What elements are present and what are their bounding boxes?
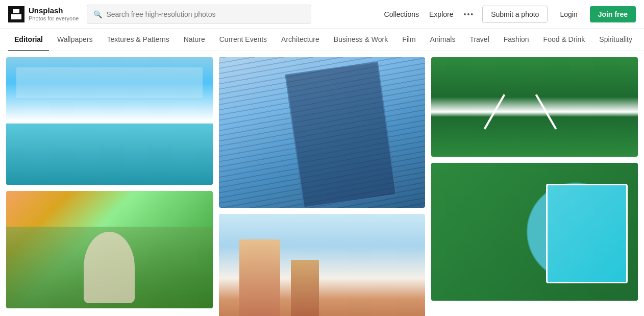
cat-business[interactable]: Business & Work xyxy=(328,29,394,51)
nav-collections[interactable]: Collections xyxy=(384,10,419,18)
search-icon: 🔍 xyxy=(93,10,102,18)
svg-rect-1 xyxy=(13,9,19,13)
submit-photo-button[interactable]: Submit a photo xyxy=(482,6,548,23)
logo[interactable]: Unsplash Photos for everyone xyxy=(8,6,79,22)
photo-building[interactable] xyxy=(219,57,426,208)
cat-architecture[interactable]: Architecture xyxy=(275,29,326,51)
cat-wallpapers[interactable]: Wallpapers xyxy=(51,29,99,51)
cat-nature[interactable]: Nature xyxy=(178,29,211,51)
header: Unsplash Photos for everyone 🔍 Collectio… xyxy=(0,0,644,29)
category-nav: EditorialWallpapersTextures & PatternsNa… xyxy=(0,29,644,51)
nav-more[interactable]: ••• xyxy=(463,10,474,18)
cat-current-events[interactable]: Current Events xyxy=(213,29,273,51)
logo-text: Unsplash Photos for everyone xyxy=(29,6,79,22)
cat-film[interactable]: Film xyxy=(396,29,422,51)
search-bar[interactable]: 🔍 xyxy=(87,5,311,24)
logo-name: Unsplash xyxy=(29,6,79,15)
cat-travel[interactable]: Travel xyxy=(463,29,495,51)
join-button[interactable]: Join free xyxy=(590,6,636,22)
cat-animals[interactable]: Animals xyxy=(424,29,462,51)
cat-spirituality[interactable]: Spirituality xyxy=(593,29,638,51)
photo-col-1 xyxy=(6,57,213,316)
photo-col-3 xyxy=(431,57,638,316)
cat-experimental[interactable]: Experimental xyxy=(640,29,644,51)
cat-food[interactable]: Food & Drink xyxy=(537,29,591,51)
photo-pool[interactable] xyxy=(6,57,213,185)
cat-fashion[interactable]: Fashion xyxy=(498,29,535,51)
login-button[interactable]: Login xyxy=(552,6,585,22)
main-nav: Collections Explore ••• xyxy=(384,10,475,18)
photo-grid xyxy=(0,51,644,316)
photo-skyline[interactable] xyxy=(219,214,426,316)
cat-editorial[interactable]: Editorial xyxy=(8,29,49,51)
photo-feet[interactable] xyxy=(431,57,638,157)
photo-family[interactable] xyxy=(6,191,213,308)
nav-explore[interactable]: Explore xyxy=(429,10,453,18)
svg-rect-2 xyxy=(11,14,21,19)
search-input[interactable] xyxy=(106,10,305,18)
logo-tagline: Photos for everyone xyxy=(29,15,79,22)
cat-textures[interactable]: Textures & Patterns xyxy=(101,29,176,51)
photo-col-2 xyxy=(219,57,426,316)
logo-icon xyxy=(8,6,24,22)
photo-aerial-pool[interactable] xyxy=(431,163,638,301)
header-actions: Submit a photo Login Join free xyxy=(482,6,636,23)
